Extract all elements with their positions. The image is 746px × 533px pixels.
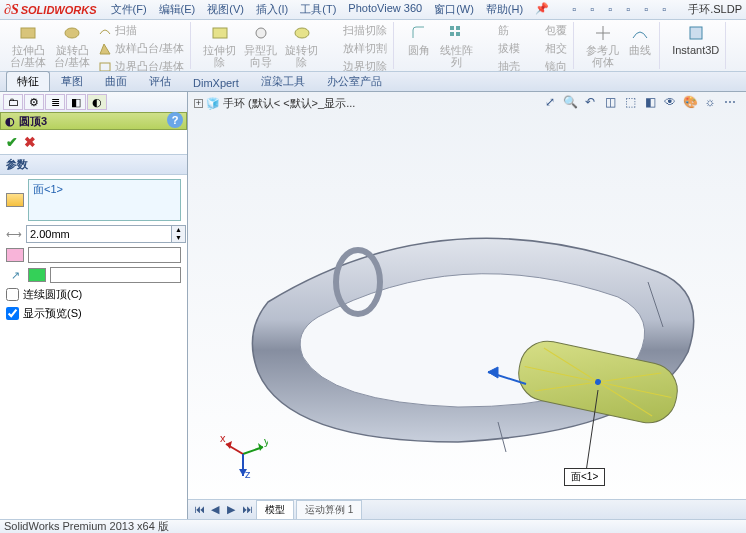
menu-bar: 文件(F) 编辑(E) 视图(V) 插入(I) 工具(T) PhotoView … bbox=[111, 2, 550, 17]
panel-tab-feature-tree-icon[interactable]: 🗀 bbox=[3, 94, 23, 110]
print-icon[interactable]: ▫ bbox=[626, 3, 640, 17]
tab-office[interactable]: 办公室产品 bbox=[316, 71, 393, 91]
menu-tools[interactable]: 工具(T) bbox=[300, 2, 336, 17]
title-quick-access: ▫ ▫ ▫ ▫ ▫ ▫ 手环.SLDP bbox=[572, 2, 742, 17]
menu-insert[interactable]: 插入(I) bbox=[256, 2, 288, 17]
dome-icon: ◐ bbox=[5, 115, 15, 128]
cut-lofted-button[interactable]: 放样切割 bbox=[324, 40, 389, 57]
model-render bbox=[188, 92, 746, 519]
status-bar: SolidWorks Premium 2013 x64 版 bbox=[0, 519, 746, 533]
cut-revolve-button[interactable]: 旋转切 除 bbox=[283, 22, 320, 70]
constraint-icon: ↗ bbox=[6, 269, 24, 282]
svg-point-4 bbox=[256, 28, 266, 38]
new-icon[interactable]: ▫ bbox=[572, 3, 586, 17]
bottom-tab-motion[interactable]: 运动算例 1 bbox=[296, 500, 362, 520]
panel-tab-dome-icon[interactable]: ◐ bbox=[87, 94, 107, 110]
tab-features[interactable]: 特征 bbox=[6, 71, 50, 91]
feature-name-label: 圆顶3 bbox=[19, 114, 47, 129]
bottom-tab-model[interactable]: 模型 bbox=[256, 500, 294, 520]
cut-extrude-button[interactable]: 拉伸切 除 bbox=[201, 22, 238, 70]
ref-geometry-button[interactable]: 参考几 何体 bbox=[584, 22, 621, 70]
continuous-dome-checkbox[interactable]: 连续圆顶(C) bbox=[6, 287, 181, 302]
spin-down[interactable]: ▼ bbox=[172, 234, 185, 242]
shell-button[interactable]: 抽壳 bbox=[479, 58, 522, 72]
face-callout[interactable]: 面<1> bbox=[564, 468, 605, 486]
svg-point-1 bbox=[65, 28, 79, 38]
constraint-swatch-icon[interactable] bbox=[28, 268, 46, 282]
status-text: SolidWorks Premium 2013 x64 版 bbox=[4, 519, 169, 533]
distance-input[interactable] bbox=[27, 226, 171, 242]
preview-checkbox-input[interactable] bbox=[6, 307, 19, 320]
svg-point-5 bbox=[295, 28, 309, 38]
instant3d-button[interactable]: Instant3D bbox=[670, 22, 721, 58]
boss-extrude-button[interactable]: 拉伸凸 台/基体 bbox=[8, 22, 48, 70]
app-logo: ∂S SOLIDWORKS bbox=[4, 2, 97, 18]
tab-render[interactable]: 渲染工具 bbox=[250, 71, 316, 91]
swept-boss-button[interactable]: 扫描 bbox=[96, 22, 186, 39]
next-view-nav-icon[interactable]: ▶ bbox=[224, 503, 238, 517]
command-tabs: 特征 草图 曲面 评估 DimXpert 渲染工具 办公室产品 bbox=[0, 72, 746, 92]
svg-rect-7 bbox=[456, 26, 460, 30]
svg-rect-0 bbox=[21, 28, 35, 38]
panel-tab-display-icon[interactable]: ◧ bbox=[66, 94, 86, 110]
last-view-icon[interactable]: ⏭ bbox=[240, 503, 254, 517]
boss-revolve-button[interactable]: 旋转凸 台/基体 bbox=[52, 22, 92, 70]
spin-up[interactable]: ▲ bbox=[172, 226, 185, 234]
menu-help[interactable]: 帮助(H) bbox=[486, 2, 523, 17]
menu-file[interactable]: 文件(F) bbox=[111, 2, 147, 17]
prev-view-nav-icon[interactable]: ◀ bbox=[208, 503, 222, 517]
linear-pattern-button[interactable]: 线性阵 列 bbox=[438, 22, 475, 70]
intersect-button[interactable]: 相交 bbox=[526, 40, 569, 57]
mirror-button[interactable]: 镜向 bbox=[526, 58, 569, 72]
menu-edit[interactable]: 编辑(E) bbox=[159, 2, 196, 17]
view-triad[interactable]: y x z bbox=[218, 429, 268, 479]
rib-button[interactable]: 筋 bbox=[479, 22, 522, 39]
cancel-button[interactable]: ✖ bbox=[24, 134, 36, 150]
tab-sketch[interactable]: 草图 bbox=[50, 71, 94, 91]
boundary-boss-button[interactable]: 边界凸台/基体 bbox=[96, 58, 186, 72]
menu-photoview[interactable]: PhotoView 360 bbox=[348, 2, 422, 17]
svg-rect-12 bbox=[690, 27, 702, 39]
show-preview-checkbox[interactable]: 显示预览(S) bbox=[6, 306, 181, 321]
cut-boundary-button[interactable]: 边界切除 bbox=[324, 58, 389, 72]
constraint-selection[interactable] bbox=[50, 267, 181, 283]
menu-window[interactable]: 窗口(W) bbox=[434, 2, 474, 17]
cut-swept-button[interactable]: 扫描切除 bbox=[324, 22, 389, 39]
wrap-button[interactable]: 包覆 bbox=[526, 22, 569, 39]
face-item[interactable]: 面<1> bbox=[33, 182, 176, 197]
tab-dimxpert[interactable]: DimXpert bbox=[182, 74, 250, 91]
fillet-button[interactable]: 圆角 bbox=[404, 22, 434, 58]
svg-text:y: y bbox=[264, 435, 268, 447]
panel-tab-config-icon[interactable]: ≣ bbox=[45, 94, 65, 110]
draft-button[interactable]: 拔模 bbox=[479, 40, 522, 57]
options-icon[interactable]: ▫ bbox=[662, 3, 676, 17]
open-icon[interactable]: ▫ bbox=[590, 3, 604, 17]
menu-pin-icon[interactable]: 📌 bbox=[535, 2, 549, 17]
continuous-checkbox-input[interactable] bbox=[6, 288, 19, 301]
ok-button[interactable]: ✔ bbox=[6, 134, 18, 150]
svg-marker-25 bbox=[258, 443, 263, 451]
svg-rect-8 bbox=[450, 32, 454, 36]
direction-swatch-icon[interactable] bbox=[6, 248, 24, 262]
ok-cancel-row: ✔ ✖ bbox=[0, 130, 187, 154]
distance-spin[interactable]: ▲▼ bbox=[26, 225, 186, 243]
panel-tab-property-icon[interactable]: ⚙ bbox=[24, 94, 44, 110]
face-selection-list[interactable]: 面<1> bbox=[28, 179, 181, 221]
lofted-boss-button[interactable]: 放样凸台/基体 bbox=[96, 40, 186, 57]
first-view-icon[interactable]: ⏮ bbox=[192, 503, 206, 517]
tab-evaluate[interactable]: 评估 bbox=[138, 71, 182, 91]
hole-wizard-button[interactable]: 异型孔 向导 bbox=[242, 22, 279, 70]
svg-rect-9 bbox=[456, 32, 460, 36]
params-section-header[interactable]: 参数 bbox=[0, 154, 187, 175]
help-button[interactable]: ? bbox=[167, 112, 183, 128]
curves-button[interactable]: 曲线 bbox=[625, 22, 655, 58]
ribbon: 拉伸凸 台/基体 旋转凸 台/基体 扫描 放样凸台/基体 边界凸台/基体 拉伸切… bbox=[0, 20, 746, 72]
face-select-icon[interactable] bbox=[6, 193, 24, 207]
rebuild-icon[interactable]: ▫ bbox=[644, 3, 658, 17]
logo-text: SOLIDWORKS bbox=[21, 4, 97, 16]
save-icon[interactable]: ▫ bbox=[608, 3, 622, 17]
tab-surfaces[interactable]: 曲面 bbox=[94, 71, 138, 91]
direction-selection[interactable] bbox=[28, 247, 181, 263]
menu-view[interactable]: 视图(V) bbox=[207, 2, 244, 17]
viewport[interactable]: + 🧊 手环 (默认< <默认>_显示... ⤢ 🔍 ↶ ◫ ⬚ ◧ 👁 🎨 ☼… bbox=[188, 92, 746, 519]
